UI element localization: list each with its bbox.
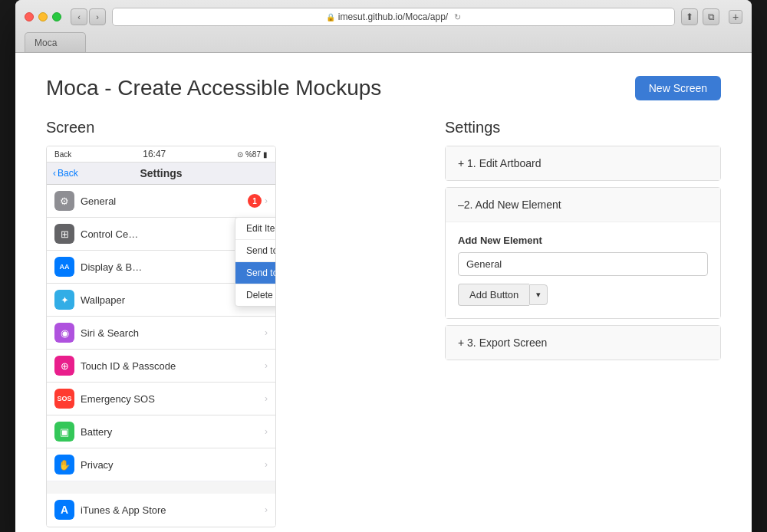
settings-item-siri[interactable]: ◉ Siri & Search › — [47, 317, 275, 350]
tab-bar: Moca — [25, 32, 742, 52]
accordion-2-label: –2. Add New Element — [458, 199, 561, 211]
nav-buttons: ‹ › — [71, 8, 106, 25]
battery-setting-icon: ▣ — [54, 422, 74, 442]
chevron-icon: › — [265, 459, 268, 470]
accordion-edit-artboard: + 1. Edit Artboard — [445, 146, 721, 181]
settings-list: ⚙ General 1 › Edit Item Send to Previous… — [47, 185, 275, 526]
settings-panel-title: Settings — [445, 119, 721, 136]
share-button[interactable]: ⬆ — [681, 8, 698, 25]
chevron-right-icon: › — [265, 195, 268, 206]
settings-item-general[interactable]: ⚙ General 1 › Edit Item Send to Previous… — [47, 185, 275, 218]
accordion-header-3[interactable]: + 3. Export Screen — [446, 326, 720, 360]
maximize-button[interactable] — [52, 12, 61, 21]
back-nav-button[interactable]: ‹ — [71, 8, 87, 25]
battery-label: Battery — [81, 426, 258, 438]
general-label: General — [81, 195, 242, 207]
battery-icon: ▮ — [263, 150, 268, 159]
control-center-label: Control Ce… — [81, 228, 258, 240]
context-menu: Edit Item Send to Previous -1 Send to Ne… — [235, 217, 276, 307]
settings-item-appstore[interactable]: A iTunes & App Store › — [47, 494, 275, 526]
screen-panel: Screen Back 16:47 ⊙ %87 ▮ ‹ — [46, 119, 422, 527]
siri-icon: ◉ — [54, 323, 74, 343]
accordion-3-label: + 3. Export Screen — [458, 337, 547, 349]
refresh-icon[interactable]: ↻ — [454, 12, 461, 22]
browser-actions: ⬆ ⧉ — [681, 8, 719, 25]
wallpaper-label: Wallpaper — [81, 294, 258, 306]
iphone-nav-bar: ‹ Back Settings — [47, 163, 275, 185]
chevron-icon: › — [265, 393, 268, 404]
traffic-lights — [25, 12, 61, 21]
chevron-badge-group: 1 › — [248, 194, 268, 208]
main-layout: Screen Back 16:47 ⊙ %87 ▮ ‹ — [46, 119, 721, 527]
chevron-icon: › — [265, 327, 268, 338]
settings-panel: Settings + 1. Edit Artboard –2. Add New … — [445, 119, 721, 527]
context-menu-edit[interactable]: Edit Item — [235, 218, 276, 240]
back-label: Back — [54, 150, 71, 159]
settings-section-store: A iTunes & App Store › — [47, 494, 275, 526]
section-separator — [47, 481, 275, 494]
accordion-body-2: Add New Element Add Button ▾ — [446, 222, 720, 318]
back-btn-label: Back — [58, 168, 78, 179]
page-title: Moca - Create Accessible Mockups — [46, 76, 381, 100]
settings-section-main: ⚙ General 1 › Edit Item Send to Previous… — [47, 185, 275, 481]
add-button-dropdown[interactable]: ▾ — [529, 284, 548, 305]
iphone-back-button[interactable]: ‹ Back — [53, 168, 78, 179]
tab-label: Moca — [35, 38, 57, 48]
url-text: imesut.github.io/Moca/app/ — [338, 11, 448, 22]
appstore-label: iTunes & App Store — [81, 504, 258, 516]
settings-item-sos[interactable]: SOS Emergency SOS › — [47, 383, 275, 415]
privacy-icon: ✋ — [54, 455, 74, 475]
new-tab-button[interactable]: + — [729, 10, 742, 24]
add-element-input[interactable] — [458, 252, 708, 276]
iphone-mockup: Back 16:47 ⊙ %87 ▮ ‹ Back Settings — [46, 146, 276, 527]
sos-label: Emergency SOS — [81, 393, 258, 405]
close-button[interactable] — [25, 12, 34, 21]
time-display: 16:47 — [143, 149, 166, 159]
display-label: Display & B… — [81, 261, 258, 273]
browser-content: Moca - Create Accessible Mockups New Scr… — [15, 53, 752, 532]
browser-window: ‹ › 🔒 imesut.github.io/Moca/app/ ↻ ⬆ ⧉ +… — [15, 0, 752, 532]
forward-nav-button[interactable]: › — [89, 8, 106, 25]
settings-item-privacy[interactable]: ✋ Privacy › — [47, 448, 275, 481]
signal-icon: ⊙ %87 — [237, 150, 261, 159]
screen-panel-title: Screen — [46, 119, 422, 136]
settings-item-touchid[interactable]: ⊕ Touch ID & Passcode › — [47, 350, 275, 383]
status-right: ⊙ %87 ▮ — [237, 150, 268, 159]
wallpaper-icon: ✦ — [54, 290, 74, 310]
appstore-icon: A — [54, 500, 74, 520]
chevron-icon: › — [265, 360, 268, 371]
accordion-header-2[interactable]: –2. Add New Element — [446, 188, 720, 222]
display-icon: AA — [54, 257, 74, 277]
general-icon: ⚙ — [54, 191, 74, 211]
context-menu-prev[interactable]: Send to Previous -1 — [235, 240, 276, 262]
browser-chrome: ‹ › 🔒 imesut.github.io/Moca/app/ ↻ ⬆ ⧉ +… — [15, 0, 752, 53]
new-screen-button[interactable]: New Screen — [635, 76, 721, 100]
add-element-title: Add New Element — [458, 235, 708, 246]
page-header: Moca - Create Accessible Mockups New Scr… — [46, 76, 721, 100]
settings-item-battery[interactable]: ▣ Battery › — [47, 415, 275, 448]
privacy-label: Privacy — [81, 459, 258, 471]
back-arrow-icon: ‹ — [53, 168, 56, 179]
address-bar[interactable]: 🔒 imesut.github.io/Moca/app/ ↻ — [112, 8, 675, 26]
notification-badge: 1 — [248, 194, 262, 208]
accordion-export-screen: + 3. Export Screen — [445, 325, 721, 360]
accordion-header-1[interactable]: + 1. Edit Artboard — [446, 146, 720, 180]
sos-icon: SOS — [54, 389, 74, 409]
context-menu-next[interactable]: Send to Next +1 — [235, 262, 276, 284]
chevron-icon: › — [265, 504, 268, 515]
siri-label: Siri & Search — [81, 327, 258, 339]
minimize-button[interactable] — [38, 12, 48, 21]
tabs-button[interactable]: ⧉ — [703, 8, 719, 25]
add-button-row: Add Button ▾ — [458, 284, 708, 306]
status-bar: Back 16:47 ⊙ %87 ▮ — [47, 146, 275, 163]
touchid-icon: ⊕ — [54, 356, 74, 376]
context-menu-delete[interactable]: Delete Item — [235, 284, 276, 306]
active-tab[interactable]: Moca — [25, 32, 86, 52]
accordion-add-element: –2. Add New Element Add New Element Add … — [445, 187, 721, 319]
control-center-icon: ⊞ — [54, 224, 74, 244]
touchid-label: Touch ID & Passcode — [81, 360, 258, 372]
accordion-1-label: + 1. Edit Artboard — [458, 157, 542, 169]
lock-icon: 🔒 — [326, 13, 335, 21]
chevron-icon: › — [265, 426, 268, 437]
add-button[interactable]: Add Button — [458, 284, 529, 306]
